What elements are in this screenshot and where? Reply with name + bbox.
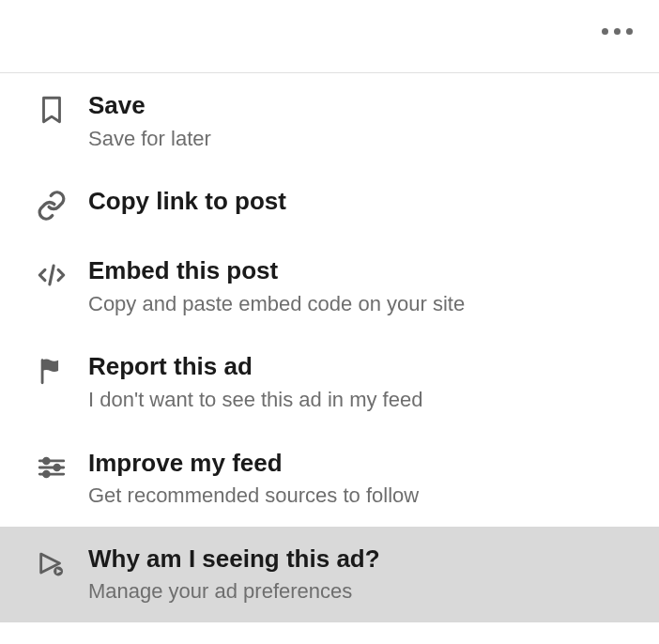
sliders-icon <box>32 448 71 483</box>
menu-item-title: Why am I seeing this ad? <box>88 544 644 575</box>
menu-item-title: Report this ad <box>88 351 644 382</box>
code-icon <box>32 255 71 291</box>
svg-point-5 <box>54 465 60 470</box>
menu-item-report[interactable]: Report this ad I don't want to see this … <box>0 334 659 430</box>
menu-item-embed[interactable]: Embed this post Copy and paste embed cod… <box>0 238 659 334</box>
more-options-button[interactable] <box>594 21 640 42</box>
menu-item-desc: Copy and paste embed code on your site <box>88 290 644 318</box>
menu-item-copy-link[interactable]: Copy link to post <box>0 169 659 238</box>
menu-item-desc: Get recommended sources to follow <box>88 482 644 510</box>
svg-point-4 <box>44 458 50 464</box>
link-icon <box>32 186 71 222</box>
menu-item-desc: Save for later <box>88 125 644 153</box>
menu-item-title: Save <box>88 90 644 121</box>
menu-item-desc: Manage your ad preferences <box>88 577 644 606</box>
menu-item-title: Copy link to post <box>88 186 644 217</box>
menu-item-title: Improve my feed <box>88 448 644 479</box>
menu-item-improve-feed[interactable]: Improve my feed Get recommended sources … <box>0 431 659 527</box>
menu-item-save[interactable]: Save Save for later <box>0 73 659 169</box>
menu-item-title: Embed this post <box>88 255 644 286</box>
flag-icon <box>32 351 71 387</box>
menu-item-why-ad[interactable]: Why am I seeing this ad? Manage your ad … <box>0 527 659 622</box>
header <box>0 0 659 73</box>
ad-play-icon <box>32 544 71 579</box>
svg-line-0 <box>50 266 54 284</box>
bookmark-icon <box>32 90 71 126</box>
svg-point-6 <box>44 471 50 477</box>
menu-item-desc: I don't want to see this ad in my feed <box>88 386 644 414</box>
post-actions-menu: Save Save for later Copy link to post Em… <box>0 73 659 622</box>
